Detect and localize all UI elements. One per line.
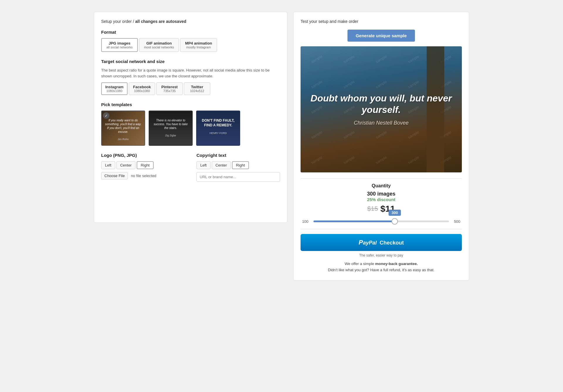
format-heading: Format bbox=[101, 30, 280, 35]
logo-copyright-row: Logo (PNG, JPG) Left Center Right Choose… bbox=[101, 153, 280, 182]
template-1-quote: If you really want to do something, you'… bbox=[102, 116, 145, 137]
format-gif-sub: most social networks bbox=[144, 45, 174, 49]
format-gif-title: GIF animation bbox=[144, 41, 174, 45]
panel-title: Setup your order / all changes are autos… bbox=[101, 19, 280, 24]
guarantee-text-bold: money-back guarantee. bbox=[375, 262, 418, 266]
choose-file-button[interactable]: Choose File bbox=[101, 172, 128, 179]
panel-title-normal: Setup your order / bbox=[101, 19, 135, 24]
slider-min-label: 100 bbox=[301, 219, 310, 224]
copyright-align-center[interactable]: Center bbox=[212, 161, 231, 169]
network-facebook-button[interactable]: Facebook 1080x1080 bbox=[129, 82, 155, 95]
network-facebook-name: Facebook bbox=[133, 85, 151, 89]
slider-thumb[interactable] bbox=[391, 218, 398, 225]
network-pinterest-name: Pinterest bbox=[160, 85, 179, 89]
format-buttons: JPG images all social networks GIF anima… bbox=[101, 38, 280, 52]
paypal-p-icon: P bbox=[359, 239, 363, 246]
slider-row: 100 300 500 bbox=[301, 218, 462, 224]
network-facebook-size: 1080x1080 bbox=[133, 89, 151, 93]
copyright-section: Copyright text Left Center Right bbox=[196, 153, 280, 182]
right-panel-title: Test your setup and make order bbox=[301, 19, 462, 24]
price-row: $15 $11 bbox=[301, 204, 462, 214]
format-mp4-sub: mostly Instagram bbox=[185, 45, 212, 49]
format-jpg-button[interactable]: JPG images all social networks bbox=[101, 38, 138, 52]
template-3-quote: DON'T FIND FAULT, FIND A REMEDY. bbox=[197, 116, 240, 130]
network-buttons: Instagram 1080x1080 Facebook 1080x1080 P… bbox=[101, 82, 280, 95]
network-pinterest-button[interactable]: Pinterest 735x735 bbox=[156, 82, 183, 95]
format-section: Format JPG images all social networks GI… bbox=[101, 30, 280, 52]
templates-section: Pick templates ✓ If you really want to d… bbox=[101, 102, 280, 146]
template-1-author: Jim Rohn bbox=[102, 138, 145, 141]
template-3[interactable]: DON'T FIND FAULT, FIND A REMEDY. HENRY F… bbox=[196, 111, 240, 146]
quantity-heading: Quantity bbox=[301, 183, 462, 189]
copyright-align-left[interactable]: Left bbox=[196, 161, 211, 169]
network-twitter-button[interactable]: Twitter 1024x512 bbox=[184, 82, 210, 95]
sample-image-wrapper: samplesamplesamplesamplesample samplesam… bbox=[301, 46, 462, 172]
guarantee-text: We offer a simple money-back guarantee. … bbox=[301, 261, 462, 273]
format-mp4-button[interactable]: MP4 animation mostly Instagram bbox=[180, 38, 217, 52]
left-panel: Setup your order / all changes are autos… bbox=[94, 12, 287, 223]
sample-quote-text: Doubt whom you will, but never yourself. bbox=[301, 93, 462, 115]
logo-align-right[interactable]: Right bbox=[137, 161, 154, 169]
file-input-row: Choose File no file selected bbox=[101, 172, 185, 179]
divider-2 bbox=[301, 229, 462, 229]
logo-align-center[interactable]: Center bbox=[116, 161, 135, 169]
logo-heading: Logo (PNG, JPG) bbox=[101, 153, 185, 158]
generate-button[interactable]: Generate unique sample bbox=[347, 30, 415, 42]
sample-image: samplesamplesamplesamplesample samplesam… bbox=[301, 46, 462, 172]
paypal-label: ayPal bbox=[363, 240, 377, 246]
paypal-section: PayPal Checkout The safer, easier way to… bbox=[301, 234, 462, 273]
template-3-author: HENRY FORD bbox=[197, 132, 240, 135]
template-1-checkmark: ✓ bbox=[103, 112, 109, 119]
format-jpg-sub: all social networks bbox=[106, 45, 133, 49]
network-twitter-size: 1024x512 bbox=[188, 89, 206, 93]
guarantee-text-normal: We offer a simple bbox=[345, 262, 375, 266]
format-mp4-title: MP4 animation bbox=[185, 41, 212, 45]
paypal-checkout-label: Checkout bbox=[380, 240, 404, 246]
network-pinterest-size: 735x735 bbox=[160, 89, 179, 93]
templates-heading: Pick templates bbox=[101, 102, 280, 107]
logo-section: Logo (PNG, JPG) Left Center Right Choose… bbox=[101, 153, 185, 182]
template-1[interactable]: ✓ If you really want to do something, yo… bbox=[101, 111, 145, 146]
network-instagram-size: 1080x1080 bbox=[105, 89, 123, 93]
old-price: $15 bbox=[367, 205, 378, 213]
target-heading: Target social network and size bbox=[101, 59, 280, 64]
template-2-quote: There is no elevator to success. You hav… bbox=[149, 116, 192, 133]
network-instagram-button[interactable]: Instagram 1080x1080 bbox=[101, 82, 128, 95]
target-section: Target social network and size The best … bbox=[101, 59, 280, 95]
copyright-input[interactable] bbox=[196, 172, 280, 182]
panel-title-bold: all changes are autosaved bbox=[135, 19, 186, 24]
safer-text: The safer, easier way to pay bbox=[301, 253, 462, 257]
copyright-align-right[interactable]: Right bbox=[232, 161, 249, 169]
format-gif-button[interactable]: GIF animation most social networks bbox=[139, 38, 179, 52]
paypal-button[interactable]: PayPal Checkout bbox=[301, 234, 462, 251]
quantity-section: Quantity 300 images 25% discount $15 $11… bbox=[301, 183, 462, 224]
slider-track[interactable]: 300 bbox=[313, 220, 449, 222]
quantity-count: 300 images bbox=[301, 191, 462, 197]
target-description: The best aspect ratio for a quote image … bbox=[101, 67, 280, 79]
copyright-heading: Copyright text bbox=[196, 153, 280, 158]
sample-author-text: Christian Nestell Bovee bbox=[354, 120, 408, 126]
logo-align-left[interactable]: Left bbox=[101, 161, 115, 169]
guarantee-text-extra: Didn't like what you got? Have a full re… bbox=[328, 268, 434, 272]
format-jpg-title: JPG images bbox=[106, 41, 133, 45]
discount-badge: 25% discount bbox=[301, 197, 462, 202]
network-instagram-name: Instagram bbox=[105, 85, 123, 89]
network-twitter-name: Twitter bbox=[188, 85, 206, 89]
slider-wrapper: 300 bbox=[313, 218, 449, 224]
slider-value-bubble: 300 bbox=[389, 210, 401, 216]
divider-1 bbox=[301, 178, 462, 179]
template-2-author: Zig Ziglar bbox=[149, 134, 192, 137]
right-panel: Test your setup and make order Generate … bbox=[293, 12, 469, 281]
copyright-align-buttons: Left Center Right bbox=[196, 161, 280, 169]
slider-max-label: 500 bbox=[452, 219, 462, 224]
template-2[interactable]: There is no elevator to success. You hav… bbox=[149, 111, 193, 146]
no-file-text: no file selected bbox=[131, 174, 156, 178]
logo-align-buttons: Left Center Right bbox=[101, 161, 185, 169]
template-list: ✓ If you really want to do something, yo… bbox=[101, 111, 280, 146]
